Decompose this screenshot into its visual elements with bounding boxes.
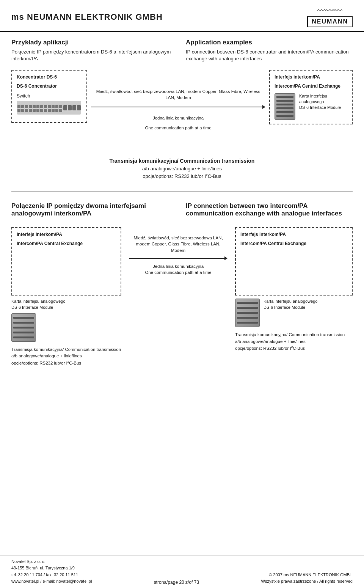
diagram2-right-label1: Interfejs interkom/PA: [240, 232, 347, 238]
dot: [59, 109, 62, 112]
diagram2-left-card-label1: Karta interfejsu analogowego: [11, 299, 121, 304]
row: [237, 302, 258, 304]
diagram1-left-label1: Koncentrator DS-6: [17, 74, 82, 80]
diagram2-left-box: Interfejs interkom/PA Intercom/PA Centra…: [11, 227, 121, 296]
transmission-block-1: Transmisja komunikacyjna/ Communication …: [0, 149, 364, 187]
footer-copyright: © 2007 ms NEUMANN ELEKTRONIK GMBH: [261, 572, 353, 579]
dot: [29, 109, 32, 112]
section2-right-title: IP connection between two intercom/PA co…: [186, 202, 353, 217]
intercom-row: [276, 115, 293, 117]
section2-left-title: Połączenie IP pomiędzy dwoma interfejsam…: [11, 202, 178, 217]
section2-titles: Połączenie IP pomiędzy dwoma interfejsam…: [0, 195, 364, 220]
footer-website: www.novatel.pl / e-mail: novatel@novatel…: [11, 578, 92, 585]
dot: [59, 105, 62, 108]
intercom-row: [276, 107, 293, 109]
diagram2-right-col: Interfejs interkom/PA Intercom/PA Centra…: [235, 227, 353, 352]
dot: [40, 105, 43, 108]
dot: [25, 109, 28, 112]
intercom-device-left: [11, 313, 36, 342]
arrow-head: [224, 256, 228, 260]
diagram2-right-label2: Intercom/PA Central Exchange: [240, 241, 347, 247]
footer: Novatel Sp. z o. o. 43-155 Bieruń, ul. T…: [0, 555, 364, 588]
diagram2-right-box: Interfejs interkom/PA Intercom/PA Centra…: [235, 227, 353, 296]
row: [13, 317, 34, 319]
diagram2-comm-line-pl: Jedna linia komunikacyjna: [153, 263, 204, 269]
diagram1-left-label2: DS-6 Concentrator: [17, 83, 82, 90]
spacer: [0, 366, 364, 442]
row: [13, 322, 34, 324]
transmission-line3: opcje/options: RS232 lub/or I2C-Bus: [11, 173, 353, 180]
switch-grid: [17, 105, 62, 112]
diagram2-left-device: [11, 313, 121, 342]
arrow-right: [262, 105, 265, 109]
logo: 〰〰〰 NEUMANN: [307, 7, 353, 27]
switch-port: [63, 105, 67, 110]
connection-arrow-line: [91, 105, 265, 109]
intercom-row: [276, 111, 293, 113]
page-wrapper: ms NEUMANN ELEKTRONIK GMBH 〰〰〰 NEUMANN P…: [0, 0, 364, 588]
diagram2-right-inner: Karta interfejsu analogowego DS-6 Interf…: [235, 299, 353, 327]
switch-port-group: [63, 105, 81, 110]
diagram1-right-interface-label2: DS-6 Interface Module: [299, 105, 347, 110]
diagram2-left-col: Interfejs interkom/PA Intercom/PA Centra…: [11, 227, 121, 366]
dot: [33, 105, 36, 108]
diagram2-left-card-label2: DS-6 Interface Module: [11, 305, 121, 310]
diagram2-middle: Miedź, światłowód, sieć bezprzewodowa LA…: [129, 227, 228, 275]
footer-rights: Wszystkie prawa zastrzeżone / All rights…: [261, 578, 353, 585]
diagram2: Interfejs interkom/PA Intercom/PA Centra…: [0, 223, 364, 366]
dot: [36, 109, 39, 112]
intercom-device: [275, 93, 295, 120]
intercom-row: [276, 100, 293, 102]
dot: [21, 109, 24, 112]
section2-left: Połączenie IP pomiędzy dwoma interfejsam…: [11, 202, 178, 220]
footer-left: Novatel Sp. z o. o. 43-155 Bieruń, ul. T…: [11, 558, 92, 585]
diagram1-comm-line-pl: Jedna linia komunikacyjna: [153, 115, 204, 121]
arrow-line-body: [129, 258, 224, 259]
diagram2-right-labels: Karta interfejsu analogowego DS-6 Interf…: [264, 299, 317, 310]
intercom-row: [276, 104, 293, 105]
logo-text: NEUMANN: [307, 16, 353, 27]
dot: [48, 105, 51, 108]
dot: [52, 109, 55, 112]
row: [237, 317, 258, 319]
dot: [55, 109, 58, 112]
left-trans-line3: opcje/options: RS232 lub/or I2C-Bus: [11, 360, 121, 366]
switch-port: [72, 105, 76, 110]
diagram2-arrow-line: [129, 256, 228, 260]
section1-right: Application examples IP connection betwe…: [186, 39, 353, 62]
dot: [44, 105, 47, 108]
footer-phone: tel. 32 20 11 704 / fax. 32 20 11 511: [11, 572, 92, 579]
diagram2-right-transmission: Transmisja komunikacyjna/ Communication …: [235, 332, 353, 352]
diagram1-right-labels: Karta interfejsu analogowego DS-6 Interf…: [299, 93, 347, 111]
diagram2-left-card-label: Karta interfejsu analogowego DS-6 Interf…: [11, 299, 121, 310]
section1-right-title: Application examples: [186, 39, 353, 46]
dot: [29, 105, 32, 108]
ds6-device-1: [275, 93, 295, 120]
transmission-line1: Transmisja komunikacyjna/ Communication …: [11, 157, 353, 165]
right-trans-line2: a/b analogowe/analogue + linie/lines: [235, 338, 353, 345]
switch-port: [68, 105, 72, 110]
logo-wave: 〰〰〰: [317, 7, 342, 15]
dot: [17, 109, 20, 112]
diagram1-right-inner: Karta interfejsu analogowego DS-6 Interf…: [275, 93, 347, 120]
row: [13, 332, 34, 333]
left-trans-line1: Transmisja komunikacyjna/ Communication …: [11, 346, 121, 353]
row: [237, 307, 258, 309]
dot: [44, 109, 47, 112]
diagram1-left-box: Koncentrator DS-6 DS-6 Concentrator Swit…: [11, 70, 87, 123]
row: [13, 327, 34, 329]
right-trans-line3: opcje/options: RS232 lub/or I2C-Bus: [235, 345, 353, 352]
footer-center: strona/page 20 z/of 73: [154, 580, 199, 585]
diagram1-right-label2: Intercom/PA Central Exchange: [275, 83, 347, 90]
section1-left: Przykłady aplikacji Połączenie IP pomięd…: [11, 39, 178, 62]
section1-left-title: Przykłady aplikacji: [11, 39, 178, 46]
diagram1-right-box: Interfejs interkom/PA Intercom/PA Centra…: [269, 70, 353, 124]
diagram2-left-transmission: Transmisja komunikacyjna/ Communication …: [11, 346, 121, 366]
intercom-row: [276, 96, 293, 98]
row: [237, 312, 258, 314]
dot: [55, 105, 58, 108]
header: ms NEUMANN ELEKTRONIK GMBH 〰〰〰 NEUMANN: [0, 0, 364, 32]
row: [237, 322, 258, 324]
diagram2-connection-text: Miedź, światłowód, sieć bezprzewodowa LA…: [129, 235, 228, 253]
transmission-line2: a/b analogowe/analogue + linie/lines: [11, 165, 353, 173]
